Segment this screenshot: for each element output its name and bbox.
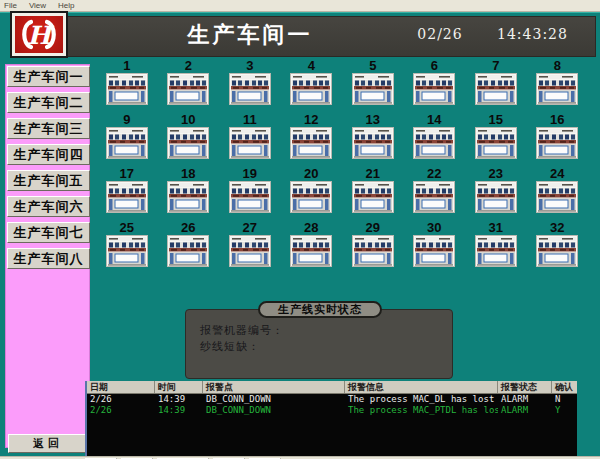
machine-number: 2 xyxy=(185,59,192,72)
knitting-machine-icon xyxy=(167,127,209,159)
status-panel-title: 生产线实时状态 xyxy=(258,301,382,318)
machine-item[interactable]: 3 xyxy=(219,59,281,105)
machine-number: 3 xyxy=(246,59,253,72)
table-row[interactable]: 2/26 14:39 DB_CONN_DOWN The process MAC_… xyxy=(87,394,577,405)
col-header-ack: 确认 xyxy=(552,381,577,393)
machine-item[interactable]: 26 xyxy=(158,221,220,267)
back-button[interactable]: 返回 xyxy=(8,434,88,453)
menu-view[interactable]: View xyxy=(29,1,46,10)
alarm-table-body: 2/26 14:39 DB_CONN_DOWN The process MAC_… xyxy=(87,394,577,416)
sidebar-item-workshop-7[interactable]: 生产车间七 xyxy=(7,222,90,243)
machine-item[interactable]: 1 xyxy=(96,59,158,105)
machine-item[interactable]: 11 xyxy=(219,113,281,159)
knitting-machine-icon xyxy=(413,127,455,159)
machine-item[interactable]: 15 xyxy=(465,113,527,159)
machine-number: 30 xyxy=(427,221,441,234)
machine-item[interactable]: 24 xyxy=(527,167,589,213)
machine-item[interactable]: 4 xyxy=(281,59,343,105)
machine-item[interactable]: 25 xyxy=(96,221,158,267)
knitting-machine-icon xyxy=(413,235,455,267)
machine-number: 26 xyxy=(181,221,195,234)
sidebar-item-workshop-5[interactable]: 生产车间五 xyxy=(7,170,90,191)
machine-item[interactable]: 14 xyxy=(404,113,466,159)
machine-number: 29 xyxy=(366,221,380,234)
machine-item[interactable]: 31 xyxy=(465,221,527,267)
machine-item[interactable]: 12 xyxy=(281,113,343,159)
knitting-machine-icon xyxy=(229,73,271,105)
machine-number: 6 xyxy=(431,59,438,72)
alarm-table[interactable]: 日期 时间 报警点 报警信息 报警状态 确认 2/26 14:39 DB_CON… xyxy=(85,381,577,456)
machine-item[interactable]: 13 xyxy=(342,113,404,159)
cell-ack: Y xyxy=(552,405,577,416)
brand-logo-icon: H xyxy=(15,16,63,53)
machine-number: 18 xyxy=(181,167,195,180)
knitting-machine-icon xyxy=(536,73,578,105)
machine-item[interactable]: 21 xyxy=(342,167,404,213)
knitting-machine-icon xyxy=(352,127,394,159)
sidebar-item-workshop-2[interactable]: 生产车间二 xyxy=(7,92,90,113)
menu-file[interactable]: File xyxy=(4,1,17,10)
machine-item[interactable]: 29 xyxy=(342,221,404,267)
machine-item[interactable]: 5 xyxy=(342,59,404,105)
sidebar-item-workshop-6[interactable]: 生产车间六 xyxy=(7,196,90,217)
machine-number: 9 xyxy=(123,113,130,126)
machine-item[interactable]: 18 xyxy=(158,167,220,213)
sidebar-item-workshop-4[interactable]: 生产车间四 xyxy=(7,144,90,165)
knitting-machine-icon xyxy=(475,127,517,159)
machine-item[interactable]: 22 xyxy=(404,167,466,213)
machine-item[interactable]: 2 xyxy=(158,59,220,105)
machine-item[interactable]: 28 xyxy=(281,221,343,267)
menu-help[interactable]: Help xyxy=(58,1,74,10)
sidebar-item-workshop-1[interactable]: 生产车间一 xyxy=(7,66,90,87)
machine-item[interactable]: 20 xyxy=(281,167,343,213)
machine-number: 31 xyxy=(489,221,503,234)
machine-number: 23 xyxy=(489,167,503,180)
sidebar-panel: 生产车间一 生产车间二 生产车间三 生产车间四 生产车间五 生产车间六 生产车间… xyxy=(5,64,90,448)
machine-number: 17 xyxy=(120,167,134,180)
knitting-machine-icon xyxy=(167,181,209,213)
machine-item[interactable]: 17 xyxy=(96,167,158,213)
sidebar-item-workshop-8[interactable]: 生产车间八 xyxy=(7,248,90,269)
machine-item[interactable]: 7 xyxy=(465,59,527,105)
knitting-machine-icon xyxy=(536,127,578,159)
col-header-time: 时间 xyxy=(155,381,203,393)
machine-number: 25 xyxy=(120,221,134,234)
machine-item[interactable]: 6 xyxy=(404,59,466,105)
cell-ack: N xyxy=(552,394,577,405)
cell-status: ALARM xyxy=(498,394,552,405)
knitting-machine-icon xyxy=(413,181,455,213)
cell-message: The process MAC_PTDL has lost its .. xyxy=(345,405,498,416)
cell-point: DB_CONN_DOWN xyxy=(203,394,345,405)
machine-item[interactable]: 9 xyxy=(96,113,158,159)
header-date: 02/26 xyxy=(400,26,480,42)
machine-item[interactable]: 27 xyxy=(219,221,281,267)
knitting-machine-icon xyxy=(167,235,209,267)
sidebar-item-workshop-3[interactable]: 生产车间三 xyxy=(7,118,90,139)
knitting-machine-icon xyxy=(106,181,148,213)
machine-item[interactable]: 23 xyxy=(465,167,527,213)
machine-number: 15 xyxy=(489,113,503,126)
machine-item[interactable]: 32 xyxy=(527,221,589,267)
machine-number: 4 xyxy=(308,59,315,72)
machine-item[interactable]: 30 xyxy=(404,221,466,267)
table-row[interactable]: 2/26 14:39 DB_CONN_DOWN The process MAC_… xyxy=(87,405,577,416)
machine-item[interactable]: 19 xyxy=(219,167,281,213)
alarm-table-header: 日期 时间 报警点 报警信息 报警状态 确认 xyxy=(87,381,577,394)
sidebar-item-label: 生产车间四 xyxy=(14,147,84,162)
machine-number: 11 xyxy=(243,113,257,126)
knitting-machine-icon xyxy=(106,235,148,267)
cell-status: ALARM xyxy=(498,405,552,416)
knitting-machine-icon xyxy=(229,235,271,267)
page-title: 生产车间一 xyxy=(140,20,360,50)
machine-number: 19 xyxy=(243,167,257,180)
machine-item[interactable]: 10 xyxy=(158,113,220,159)
machine-number: 5 xyxy=(369,59,376,72)
machine-item[interactable]: 16 xyxy=(527,113,589,159)
header-time: 14:43:28 xyxy=(485,26,580,42)
menu-bar: File View Help xyxy=(0,0,600,12)
machine-item[interactable]: 8 xyxy=(527,59,589,105)
machine-number: 14 xyxy=(427,113,441,126)
col-header-message: 报警信息 xyxy=(345,381,498,393)
knitting-machine-icon xyxy=(352,235,394,267)
machine-number: 7 xyxy=(492,59,499,72)
